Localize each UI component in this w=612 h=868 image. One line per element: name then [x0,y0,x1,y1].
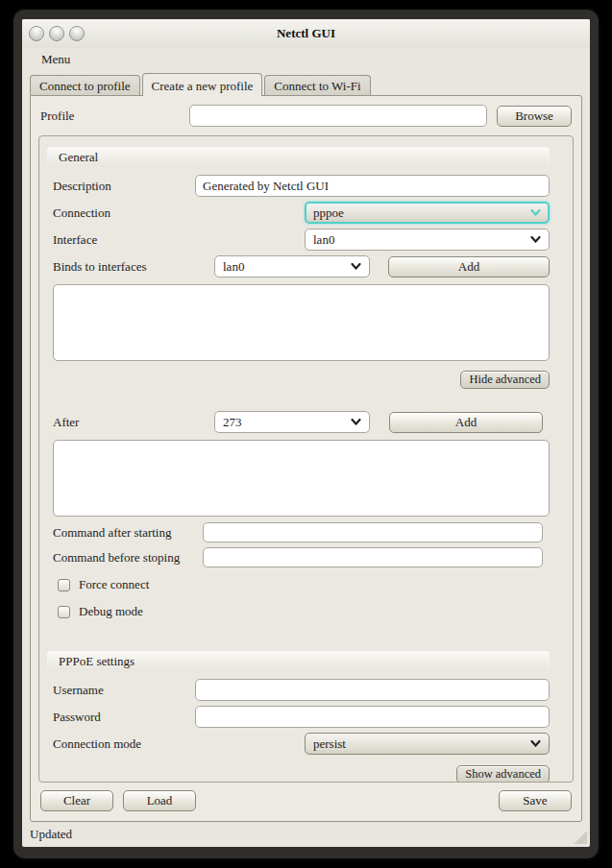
after-add-button[interactable]: Add [389,412,543,433]
command-after-label: Command after starting [53,525,203,541]
after-list[interactable] [53,440,550,517]
hide-advanced-button[interactable]: Hide advanced [460,371,550,389]
connection-label: Connection [53,205,195,221]
profile-row: Profile Browse [31,96,581,133]
connection-row: Connection pppoe [53,202,550,224]
menu-item-menu[interactable]: Menu [36,50,76,69]
binds-add-button[interactable]: Add [388,256,550,277]
force-connect-checkbox[interactable] [58,579,70,591]
chevron-down-icon [530,209,541,216]
tab-create-a-new-profile[interactable]: Create a new profile [142,73,263,96]
interface-row: Interface lan0 [53,229,550,251]
force-connect-label: Force connect [79,577,149,592]
tab-bar: Connect to profile Create a new profile … [22,71,590,95]
interface-selected-value: lan0 [313,232,530,248]
command-after-row: Command after starting [53,522,550,542]
interface-select[interactable]: lan0 [305,229,550,251]
username-row: Username [53,679,550,701]
create-profile-panel: Profile Browse General Description Conne… [30,95,582,822]
debug-mode-label: Debug mode [79,604,143,619]
chevron-down-icon [530,236,541,243]
command-before-label: Command before stoping [53,550,203,566]
window-frame: Netctl GUI Menu Connect to profile Creat… [13,10,599,858]
tab-connect-to-profile[interactable]: Connect to profile [30,75,140,95]
pppoe-section-header: PPPoE settings [47,651,550,671]
command-before-row: Command before stoping [53,547,550,567]
chevron-down-icon [351,419,361,425]
show-advanced-row: Show advanced [53,765,550,783]
connection-selected-value: pppoe [313,205,530,221]
description-row: Description [53,175,550,197]
description-label: Description [53,179,195,194]
clear-button[interactable]: Clear [40,790,113,811]
username-input[interactable] [195,679,550,701]
show-advanced-button[interactable]: Show advanced [456,765,550,783]
command-after-input[interactable] [203,522,543,542]
username-label: Username [53,683,195,698]
browse-button[interactable]: Browse [497,106,572,127]
after-select[interactable]: 273 [214,411,370,433]
save-button[interactable]: Save [499,790,572,811]
after-row: After 273 Add [53,411,550,433]
resize-grip-icon[interactable] [574,831,587,844]
connection-mode-select[interactable]: persist [305,733,550,755]
chevron-down-icon [351,263,361,270]
general-section-header: General [47,147,550,167]
status-text: Updated [30,827,72,842]
debug-mode-checkbox[interactable] [58,606,70,618]
chevron-down-icon [530,740,541,747]
connection-mode-selected-value: persist [313,736,530,752]
force-connect-row: Force connect [58,577,550,592]
command-before-input[interactable] [203,547,543,567]
statusbar: Updated [22,822,590,847]
connection-select[interactable]: pppoe [305,202,550,224]
menubar: Menu [22,48,590,71]
profile-settings-scroll-area[interactable]: General Description Connection pppoe [38,135,574,783]
netctl-gui-window: Netctl GUI Menu Connect to profile Creat… [22,19,590,847]
connection-mode-row: Connection mode persist [53,733,550,755]
interface-label: Interface [53,232,195,248]
description-input[interactable] [195,175,550,197]
binds-list[interactable] [53,284,550,361]
connection-mode-label: Connection mode [53,736,195,752]
password-input[interactable] [195,706,550,728]
password-row: Password [53,706,550,728]
profile-label: Profile [40,108,189,124]
binds-label: Binds to interfaces [53,259,214,275]
window-title: Netctl GUI [22,26,590,41]
profile-input[interactable] [189,105,487,127]
load-button[interactable]: Load [123,790,196,811]
debug-mode-row: Debug mode [58,604,550,619]
pppoe-section-title: PPPoE settings [59,654,135,669]
tab-connect-to-wifi[interactable]: Connect to Wi-Fi [264,75,370,95]
after-selected-value: 273 [223,415,351,430]
hide-advanced-row: Hide advanced [53,371,550,389]
actions-row: Clear Load Save [31,788,581,821]
binds-row: Binds to interfaces lan0 Add [53,255,550,277]
binds-interface-select[interactable]: lan0 [214,255,370,277]
after-label: After [53,415,214,430]
password-label: Password [53,710,195,725]
general-section-title: General [59,150,98,165]
binds-selected-value: lan0 [223,259,351,275]
titlebar[interactable]: Netctl GUI [22,19,590,48]
